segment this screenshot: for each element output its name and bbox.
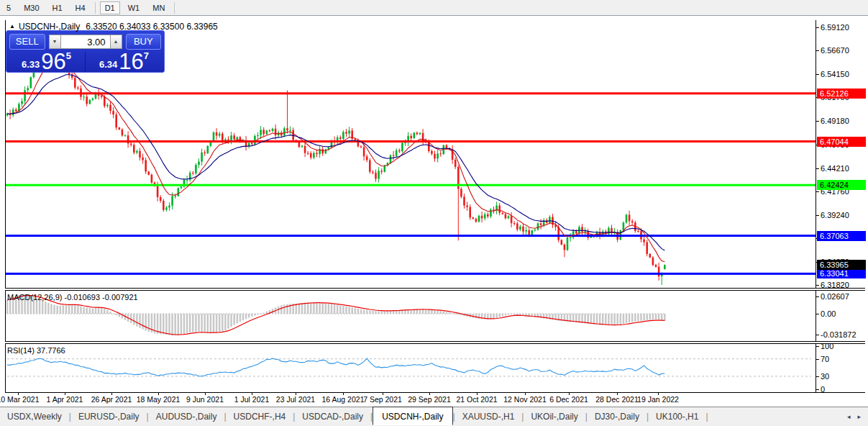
tab-separator: | bbox=[705, 412, 708, 422]
chart-title: ▲USDCNH-,Daily6.33520 6.34033 6.33500 6.… bbox=[9, 22, 218, 32]
price-axis-tick bbox=[816, 74, 819, 75]
volume-up-icon[interactable]: ▲ bbox=[110, 35, 122, 49]
tab-scroll-right-icon[interactable]: ▸ bbox=[857, 413, 861, 420]
main-macd-splitter[interactable] bbox=[5, 288, 865, 291]
date-axis-label: 26 Apr 2021 bbox=[91, 395, 132, 404]
macd-axis-label: 0.02607 bbox=[821, 292, 849, 301]
price-axis-label: 6.56670 bbox=[821, 46, 849, 55]
price-axis-tick bbox=[816, 285, 819, 286]
price-axis-label: 6.54150 bbox=[821, 70, 849, 78]
chart-symbol-label: USDCNH-,Daily bbox=[19, 22, 80, 32]
date-axis-label: 16 Aug 2021 bbox=[322, 395, 365, 404]
sell-price-pips: 96 bbox=[41, 52, 65, 72]
sell-price-integer: 6.33 bbox=[22, 59, 40, 70]
sell-button[interactable]: SELL bbox=[9, 34, 45, 50]
trading-platform: 5M30H1H4D1W1MN ▲USDCNH-,Daily6.33520 6.3… bbox=[0, 0, 868, 426]
rsi-axis-label: 0 bbox=[821, 385, 825, 394]
level-price-badge: 6.37063 bbox=[817, 231, 866, 241]
rsi-label: RSI(14) 37.7766 bbox=[7, 346, 65, 355]
tab-usdcad-daily[interactable]: USDCAD-,Daily bbox=[295, 409, 370, 425]
level-price-badge: 6.42424 bbox=[817, 180, 866, 190]
price-axis-tick bbox=[816, 27, 819, 28]
price-axis-tick bbox=[816, 191, 819, 192]
price-divider bbox=[85, 52, 86, 72]
chart-tabs-bar: USDX,Weekly|EURUSD-,Daily|AUDUSD-,Daily|… bbox=[0, 407, 868, 426]
rsi-axis-tick bbox=[816, 376, 819, 377]
buy-button[interactable]: BUY bbox=[126, 34, 162, 50]
date-axis-label: 7 Sep 2021 bbox=[363, 395, 402, 404]
price-axis-label: 6.59120 bbox=[821, 23, 849, 32]
date-axis-label: 21 Oct 2021 bbox=[456, 395, 497, 404]
collapse-panel-icon[interactable]: ▲ bbox=[9, 23, 15, 30]
price-axis-tick bbox=[816, 50, 819, 51]
date-axis-label: 1 Jul 2021 bbox=[234, 395, 269, 404]
macd-axis-label: 0.00 bbox=[821, 309, 836, 318]
date-axis-label: 19 Jan 2022 bbox=[637, 395, 679, 404]
rsi-indicator-chart[interactable] bbox=[6, 345, 816, 392]
tab-uk100-h1[interactable]: UK100-,H1 bbox=[649, 409, 705, 425]
date-axis-label: 28 Dec 2021 bbox=[595, 395, 639, 404]
buy-price-point: 7 bbox=[144, 50, 149, 61]
volume-input[interactable] bbox=[61, 35, 110, 49]
tab-audusd-daily[interactable]: AUDUSD-,Daily bbox=[149, 409, 224, 425]
macd-axis-tick bbox=[816, 335, 819, 335]
date-axis-label: 29 Sep 2021 bbox=[408, 395, 451, 404]
chart-ohlc-values: 6.33520 6.34033 6.33500 6.33965 bbox=[86, 22, 218, 32]
macd-axis-tick bbox=[816, 296, 819, 297]
price-axis-line bbox=[816, 20, 816, 392]
tab-usdchf-h4[interactable]: USDCHF-,H4 bbox=[227, 409, 293, 425]
level-price-badge: 6.52126 bbox=[817, 89, 866, 99]
macd-axis-tick bbox=[816, 314, 819, 314]
date-axis-label: 1 Apr 2021 bbox=[47, 395, 83, 404]
tab-usdx-weekly[interactable]: USDX,Weekly bbox=[0, 409, 69, 425]
price-axis-tick bbox=[816, 168, 819, 169]
price-axis-label: 6.39240 bbox=[821, 211, 849, 219]
rsi-axis-label: 30 bbox=[821, 372, 829, 381]
timeframe-h4-button[interactable]: H4 bbox=[70, 1, 91, 14]
buy-price-pips: 16 bbox=[119, 52, 143, 72]
tab-xauusd-h1[interactable]: XAUUSD-,H1 bbox=[455, 409, 522, 425]
tab-eurusd-daily[interactable]: EURUSD-,Daily bbox=[71, 409, 147, 425]
rsi-axis-tick bbox=[816, 346, 819, 347]
date-axis-label: 18 May 2021 bbox=[137, 395, 181, 404]
timeframe-m30-button[interactable]: M30 bbox=[19, 1, 44, 14]
timeframe-mn-button[interactable]: MN bbox=[147, 1, 170, 14]
chart-frame-left bbox=[5, 20, 6, 392]
timeframe-h1-button[interactable]: H1 bbox=[47, 1, 68, 14]
sell-price-point: 5 bbox=[66, 50, 71, 61]
date-axis-label: 12 Nov 2021 bbox=[503, 395, 547, 404]
tab-scroll-arrows: ◂▸ bbox=[847, 413, 861, 420]
timeframe-d1-button[interactable]: D1 bbox=[100, 1, 120, 14]
volume-down-icon[interactable]: ▼ bbox=[49, 35, 61, 49]
tab-ukoil-daily[interactable]: UKOil-,Daily bbox=[524, 409, 585, 425]
date-axis-label: 23 Jul 2021 bbox=[276, 395, 315, 404]
timeframe-5-button[interactable]: 5 bbox=[1, 1, 16, 14]
price-axis-tick bbox=[816, 121, 819, 122]
tab-dj30-daily[interactable]: DJ30-,Daily bbox=[588, 409, 647, 425]
sell-price[interactable]: 6.33 96 5 bbox=[9, 52, 83, 72]
rsi-axis-tick bbox=[816, 389, 819, 390]
price-axis-label: 6.44210 bbox=[821, 164, 849, 173]
macd-rsi-splitter[interactable] bbox=[5, 341, 865, 344]
date-axis-label: 10 Mar 2021 bbox=[0, 395, 39, 404]
price-axis-label: 6.31820 bbox=[821, 281, 849, 289]
price-axis-label: 6.49180 bbox=[821, 117, 849, 125]
buy-price[interactable]: 6.34 16 7 bbox=[87, 52, 161, 72]
current-price-badge: 6.33965 bbox=[817, 260, 866, 270]
price-axis-tick bbox=[816, 215, 819, 216]
tab-scroll-left-icon[interactable]: ◂ bbox=[847, 413, 851, 420]
timeframe-toolbar: 5M30H1H4D1W1MN bbox=[0, 0, 868, 16]
volume-stepper: ▼ ▲ bbox=[49, 35, 122, 49]
rsi-axis-label: 100 bbox=[821, 342, 833, 350]
buy-price-integer: 6.34 bbox=[99, 59, 117, 70]
level-price-badge: 6.47044 bbox=[817, 137, 866, 147]
date-axis-label: 9 Jun 2021 bbox=[186, 395, 224, 404]
timeframe-w1-button[interactable]: W1 bbox=[123, 1, 145, 14]
toolbar-separator bbox=[95, 2, 96, 14]
date-axis-label: 6 Dec 2021 bbox=[549, 395, 588, 404]
level-price-badge: 6.33041 bbox=[817, 268, 866, 278]
chart-frame-bottom bbox=[5, 392, 865, 393]
one-click-trading-panel: SELL ▼ ▲ BUY 6.33 96 5 6.34 16 7 bbox=[6, 30, 165, 73]
tab-usdcnh-daily[interactable]: USDCNH-,Daily bbox=[373, 407, 452, 425]
macd-label: MACD(12,26,9) -0.010693 -0.007921 bbox=[7, 293, 138, 302]
